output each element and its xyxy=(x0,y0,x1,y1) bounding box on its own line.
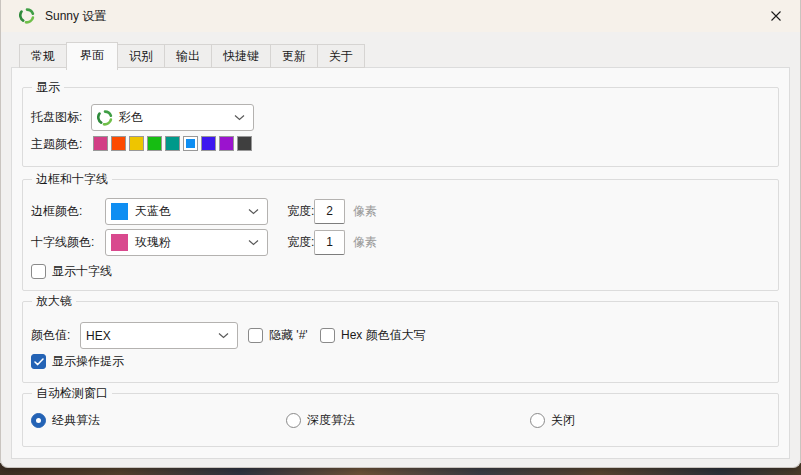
tab-interface[interactable]: 界面 xyxy=(66,42,118,70)
close-button[interactable] xyxy=(753,0,799,32)
color-format-select[interactable]: HEX xyxy=(80,322,238,349)
crosshair-color-swatch xyxy=(111,234,128,251)
theme-color-swatch[interactable] xyxy=(147,136,162,151)
tab-update[interactable]: 更新 xyxy=(270,44,318,68)
tab-recognition[interactable]: 识别 xyxy=(117,44,165,68)
title-bar: Sunny 设置 xyxy=(1,0,800,32)
theme-color-swatch[interactable] xyxy=(201,136,216,151)
auto-detect-group: 自动检测窗口 经典算法 深度算法 关闭 xyxy=(22,393,779,447)
crosshair-color-select[interactable]: 玫瑰粉 xyxy=(105,229,268,256)
border-color-label: 边框颜色: xyxy=(31,198,82,225)
border-crosshair-group: 边框和十字线 边框颜色: 天蓝色 宽度: 2 像素 十字线颜色: 玫瑰粉 宽度: xyxy=(22,179,779,291)
show-tips-checkbox[interactable] xyxy=(31,354,46,369)
hide-hash-label: 隐藏 '#' xyxy=(269,328,308,343)
settings-window: Sunny 设置 常规 界面 识别 输出 快捷键 更新 关于 显示 托盘图标: … xyxy=(0,0,801,468)
window-title: Sunny 设置 xyxy=(45,8,106,25)
color-value-label: 颜色值: xyxy=(31,322,70,349)
border-group-title: 边框和十字线 xyxy=(32,171,112,187)
tab-strip: 常规 界面 识别 输出 快捷键 更新 关于 xyxy=(19,44,365,68)
tab-hotkeys[interactable]: 快捷键 xyxy=(211,44,271,68)
radio-off[interactable] xyxy=(530,413,545,428)
theme-color-label: 主题颜色: xyxy=(31,135,82,153)
tray-icon-select[interactable]: 彩色 xyxy=(91,104,254,131)
crosshair-color-label: 十字线颜色: xyxy=(31,229,94,256)
border-color-select[interactable]: 天蓝色 xyxy=(105,198,268,225)
tab-about[interactable]: 关于 xyxy=(317,44,365,68)
hex-uppercase-label: Hex 颜色值大写 xyxy=(341,328,426,343)
border-pixel-label: 像素 xyxy=(353,198,377,225)
color-format-value: HEX xyxy=(86,329,111,343)
tray-color-icon xyxy=(97,110,113,126)
interface-tab-page: 显示 托盘图标: 彩色 主题颜色: 边框和十字线 边框颜色: 天蓝色 xyxy=(11,67,790,459)
crosshair-width-label: 宽度: xyxy=(287,229,314,256)
show-crosshair-label: 显示十字线 xyxy=(52,264,112,279)
theme-color-swatch[interactable] xyxy=(165,136,180,151)
crosshair-pixel-label: 像素 xyxy=(353,229,377,256)
chevron-down-icon xyxy=(248,239,259,246)
radio-deep-label: 深度算法 xyxy=(307,413,355,428)
radio-deep-algorithm[interactable] xyxy=(286,413,301,428)
theme-color-swatch[interactable] xyxy=(237,136,252,151)
auto-detect-group-title: 自动检测窗口 xyxy=(32,385,112,401)
crosshair-width-input[interactable]: 1 xyxy=(314,230,345,255)
tab-general[interactable]: 常规 xyxy=(19,44,67,68)
theme-color-swatch[interactable] xyxy=(111,136,126,151)
theme-color-swatch[interactable] xyxy=(183,136,198,151)
tab-output[interactable]: 输出 xyxy=(164,44,212,68)
radio-classic-label: 经典算法 xyxy=(52,413,100,428)
border-color-swatch xyxy=(111,203,128,220)
chevron-down-icon xyxy=(234,114,245,121)
magnifier-group-title: 放大镜 xyxy=(32,293,76,309)
border-color-value: 天蓝色 xyxy=(135,203,171,220)
hex-uppercase-checkbox[interactable] xyxy=(320,328,335,343)
theme-color-swatch[interactable] xyxy=(219,136,234,151)
theme-color-swatch[interactable] xyxy=(93,136,108,151)
show-tips-label: 显示操作提示 xyxy=(52,354,124,369)
chevron-down-icon xyxy=(248,208,259,215)
radio-off-label: 关闭 xyxy=(551,413,575,428)
show-crosshair-checkbox[interactable] xyxy=(31,264,46,279)
border-width-label: 宽度: xyxy=(287,198,314,225)
border-width-input[interactable]: 2 xyxy=(314,199,345,224)
tray-icon-label: 托盘图标: xyxy=(31,104,82,131)
display-group-title: 显示 xyxy=(32,79,64,95)
chevron-down-icon xyxy=(218,332,229,339)
hide-hash-checkbox[interactable] xyxy=(248,328,263,343)
tray-icon-value: 彩色 xyxy=(119,109,143,126)
display-group: 显示 托盘图标: 彩色 主题颜色: xyxy=(22,87,779,167)
crosshair-color-value: 玫瑰粉 xyxy=(135,234,171,251)
theme-color-swatches xyxy=(93,136,255,151)
check-icon xyxy=(34,358,44,366)
radio-classic-algorithm[interactable] xyxy=(31,413,46,428)
close-icon xyxy=(770,10,782,22)
app-logo-icon xyxy=(19,8,35,24)
magnifier-group: 放大镜 颜色值: HEX 隐藏 '#' Hex 颜色值大写 显示操作提示 xyxy=(22,301,779,383)
theme-color-swatch[interactable] xyxy=(129,136,144,151)
